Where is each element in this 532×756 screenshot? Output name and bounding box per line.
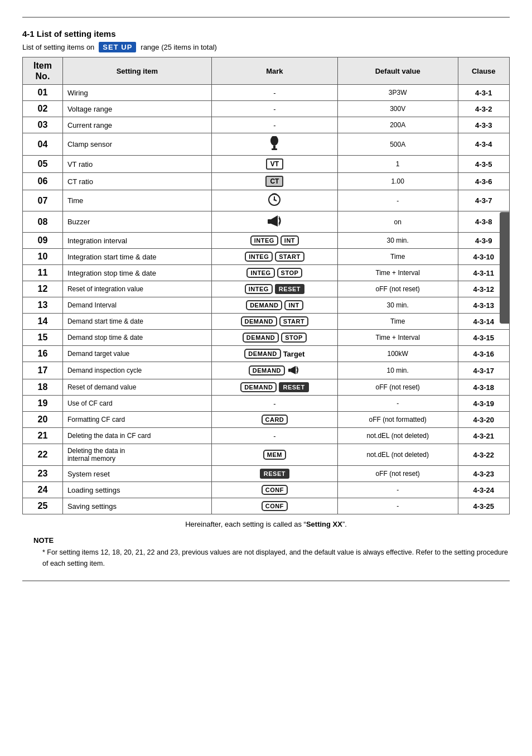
row-default: not.dEL (not deleted) (337, 428, 458, 444)
row-mark (211, 211, 337, 233)
row-no: 13 (23, 297, 63, 314)
row-mark: - (211, 396, 337, 412)
row-item: Saving settings (62, 498, 211, 514)
row-default: not.dEL (not deleted) (337, 444, 458, 466)
row-no: 17 (23, 362, 63, 379)
row-item: VT ratio (62, 156, 211, 173)
row-default: 1 (337, 156, 458, 173)
row-mark: - (211, 428, 337, 444)
row-clause: 4-3-1 (458, 85, 509, 101)
row-item: Integration start time & date (62, 249, 211, 265)
row-mark: - (211, 117, 337, 133)
row-no: 06 (23, 173, 63, 190)
row-mark (211, 190, 337, 211)
row-mark: CT (211, 173, 337, 190)
row-item: Reset of demand value (62, 379, 211, 396)
svg-point-6 (274, 199, 275, 201)
row-default: Time (337, 249, 458, 265)
row-item: Reset of integration value (62, 281, 211, 297)
row-mark: DEMAND RESET (211, 379, 337, 396)
row-item: Time (62, 190, 211, 211)
row-no: 01 (23, 85, 63, 101)
row-item: Buzzer (62, 211, 211, 233)
row-item: CT ratio (62, 173, 211, 190)
row-mark (211, 133, 337, 156)
row-item: Voltage range (62, 101, 211, 117)
row-no: 03 (23, 117, 63, 133)
svg-marker-10 (291, 366, 296, 374)
row-default: Time + Interval (337, 265, 458, 281)
row-mark: DEMAND Target (211, 346, 337, 362)
row-clause: 4-3-3 (458, 117, 509, 133)
svg-point-0 (270, 136, 278, 146)
row-mark: DEMAND START (211, 314, 337, 330)
svg-rect-7 (268, 219, 271, 224)
row-mark: - (211, 101, 337, 117)
row-no: 19 (23, 396, 63, 412)
row-item: Clamp sensor (62, 133, 211, 156)
row-default: 100kW (337, 346, 458, 362)
row-item: Integration interval (62, 233, 211, 249)
row-default: oFF (not reset) (337, 466, 458, 482)
header-item-no: ItemNo. (23, 57, 63, 85)
row-default: - (337, 498, 458, 514)
row-no: 14 (23, 314, 63, 330)
row-no: 04 (23, 133, 63, 156)
row-default: Time + Interval (337, 330, 458, 346)
row-mark: MEM (211, 444, 337, 466)
row-default: oFF (not reset) (337, 379, 458, 396)
hereinafter-text: Hereinafter, each setting is called as “… (22, 520, 510, 528)
row-no: 05 (23, 156, 63, 173)
row-no: 15 (23, 330, 63, 346)
row-no: 09 (23, 233, 63, 249)
header-clause: Clause (458, 57, 509, 85)
row-mark: INTEG STOP (211, 265, 337, 281)
row-default: - (337, 482, 458, 498)
row-default: - (337, 396, 458, 412)
row-no: 11 (23, 265, 63, 281)
row-no: 25 (23, 498, 63, 514)
row-default: 200A (337, 117, 458, 133)
row-clause: 4-3-25 (458, 498, 509, 514)
bottom-border (22, 580, 510, 581)
row-item: Demand target value (62, 346, 211, 362)
row-item: Deleting the data ininternal memory (62, 444, 211, 466)
note-section: NOTE * For setting items 12, 18, 20, 21,… (33, 536, 510, 569)
row-no: 02 (23, 101, 63, 117)
header-default-value: Default value (337, 57, 458, 85)
row-default: 1.00 (337, 173, 458, 190)
row-mark: VT (211, 156, 337, 173)
row-clause: 4-3-24 (458, 482, 509, 498)
row-clause: 4-3-5 (458, 156, 509, 173)
row-clause: 4-3-20 (458, 412, 509, 428)
top-border (22, 17, 510, 18)
row-clause: 4-3-7 (458, 190, 509, 211)
row-clause: 4-3-23 (458, 466, 509, 482)
svg-marker-8 (271, 215, 278, 227)
row-item: Loading settings (62, 482, 211, 498)
row-default: 3P3W (337, 85, 458, 101)
row-mark: INTEG RESET (211, 281, 337, 297)
row-default: on (337, 211, 458, 233)
setup-badge: SET UP (99, 42, 136, 52)
row-clause: 4-3-16 (458, 346, 509, 362)
row-clause: 4-3-17 (458, 362, 509, 379)
row-item: Formatting CF card (62, 412, 211, 428)
note-title: NOTE (33, 536, 510, 545)
section-title: 4-1 List of setting items (22, 29, 510, 38)
row-item: Demand stop time & date (62, 330, 211, 346)
row-no: 23 (23, 466, 63, 482)
row-mark: CONF (211, 498, 337, 514)
row-default: oFF (not formatted) (337, 412, 458, 428)
row-default: 300V (337, 101, 458, 117)
row-clause: 4-3-21 (458, 428, 509, 444)
row-clause: 4-3-18 (458, 379, 509, 396)
row-item: Current range (62, 117, 211, 133)
row-no: 20 (23, 412, 63, 428)
row-mark: RESET (211, 466, 337, 482)
row-clause: 4-3-15 (458, 330, 509, 346)
row-mark: INTEG INT (211, 233, 337, 249)
subtitle-suffix: range (25 items in total) (141, 43, 217, 51)
row-no: 22 (23, 444, 63, 466)
row-mark: CONF (211, 482, 337, 498)
